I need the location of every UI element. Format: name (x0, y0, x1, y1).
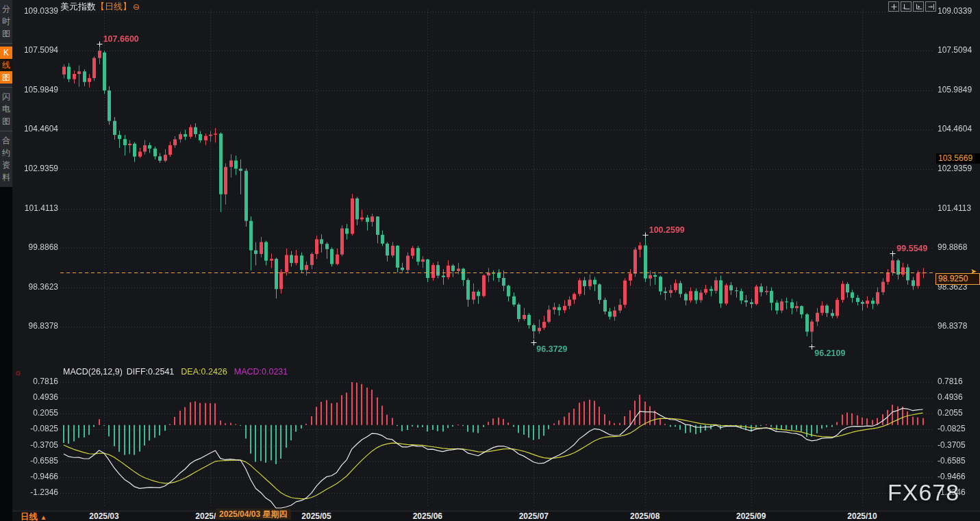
sidebar-item-char: 时 (0, 15, 12, 27)
macd-axis-label-right: 0.2055 (938, 408, 963, 418)
timeframe-label: 日线 (21, 512, 38, 521)
symbol-name: 美元指数 (60, 1, 96, 12)
low-price-annotation: 96.2109 (814, 348, 845, 358)
collapse-icon[interactable]: ⊖ (133, 2, 140, 12)
macd-params-label: MACD(26,12,9) (63, 367, 123, 377)
high-price-annotation: 100.2599 (649, 225, 685, 235)
chart-toolbar (888, 1, 936, 12)
macd-diff-value: DIFF:0.2541 (127, 367, 174, 377)
macd-macd-value: MACD:0.0231 (234, 367, 288, 377)
sidebar-items: 分时图K线图闪电图合约资料 (0, 0, 12, 187)
sidebar-item-char: K (0, 47, 12, 59)
chart-canvas[interactable] (0, 0, 980, 521)
macd-axis-label-right: -0.6585 (938, 456, 966, 466)
watermark: FX678 (888, 479, 959, 506)
scale-left-icon[interactable] (901, 1, 912, 12)
time-axis-bar[interactable] (0, 511, 980, 521)
time-axis-month-label: 2025/07 (512, 511, 555, 521)
price-axis-label-right: 107.5094 (938, 45, 972, 55)
high-price-annotation: 107.6600 (103, 34, 139, 44)
sidebar-item-char: 电 (0, 103, 12, 115)
sidebar-item-char: 合 (0, 134, 12, 147)
sidebar-item-time-chart[interactable]: 分时图 (0, 0, 12, 44)
time-axis-month-label: 2025/10 (840, 511, 884, 521)
macd-axis-label-right: 0.4936 (938, 392, 963, 402)
sidebar-item-contract-info[interactable]: 合约资料 (0, 131, 12, 187)
sidebar-item-kline-chart[interactable]: K线图 (0, 44, 12, 88)
sidebar-item-char: 线 (0, 59, 12, 71)
sidebar: 分时图K线图闪电图合约资料 (0, 0, 12, 521)
timeframe-arrow-icon: ▲ (40, 513, 47, 521)
macd-axis-label-right: -0.3705 (938, 440, 966, 450)
sidebar-item-char: 分 (0, 3, 12, 15)
macd-header: MACD(26,12,9)DIFF:0.2541DEA:0.2426MACD:0… (63, 367, 288, 377)
macd-dea-value: DEA:0.2426 (181, 367, 227, 377)
sidebar-item-char: 图 (0, 27, 12, 40)
crosshair-icon[interactable] (888, 1, 899, 12)
time-axis-month-label: 2025/09 (729, 511, 773, 521)
scroll-latest-icon[interactable] (913, 1, 924, 12)
low-price-annotation: 96.3729 (536, 344, 567, 354)
scale-right-icon[interactable] (925, 1, 936, 12)
latest-price-arrow-icon[interactable]: ➤ (970, 267, 977, 276)
price-axis-label-right: 101.4113 (938, 203, 971, 213)
crosshair-date-tag: 2025/04/03 星期四 (216, 509, 291, 520)
price-axis-label-right: 96.8378 (938, 321, 967, 331)
time-axis-month-label: 2025/06 (405, 511, 449, 521)
time-axis-month-label: 2025/03 (82, 511, 126, 521)
price-axis-label-right: 104.4604 (938, 124, 972, 134)
macd-axis-label-right: -0.0825 (938, 424, 966, 433)
macd-axis-label-right: 0.7816 (938, 377, 963, 386)
sidebar-item-char: 图 (0, 115, 12, 127)
sidebar-item-char: 闪 (0, 90, 12, 103)
sidebar-item-char: 料 (0, 171, 12, 183)
price-axis-label-right: 109.0339 (938, 6, 972, 16)
price-axis-label-right: 99.8868 (938, 242, 967, 252)
price-axis-label-right: 102.9359 (938, 164, 972, 173)
high-price-annotation: 99.5549 (896, 244, 927, 253)
chart-title: 美元指数【日线】⊖ (60, 1, 140, 12)
timeframe-selector[interactable]: 日线 ▲ (21, 511, 47, 521)
timeframe-tag: 【日线】 (96, 1, 131, 12)
macd-settings-icon[interactable]: ☼ (14, 368, 22, 377)
chart-app: 分时图K线图闪电图合约资料 美元指数【日线】⊖ ☼ MACD(26,12,9)D… (0, 0, 980, 521)
sidebar-item-char: 资 (0, 159, 12, 171)
sidebar-item-char: 约 (0, 147, 12, 159)
time-axis-month-label: 2025/08 (623, 511, 667, 521)
sidebar-item-flash-chart[interactable]: 闪电图 (0, 88, 12, 131)
price-axis-label-right: 105.9849 (938, 85, 972, 94)
time-axis-month-label: 2025/05 (294, 511, 338, 521)
sidebar-item-char: 图 (0, 71, 12, 84)
crosshair-price-tag: 103.5669 (936, 153, 980, 164)
